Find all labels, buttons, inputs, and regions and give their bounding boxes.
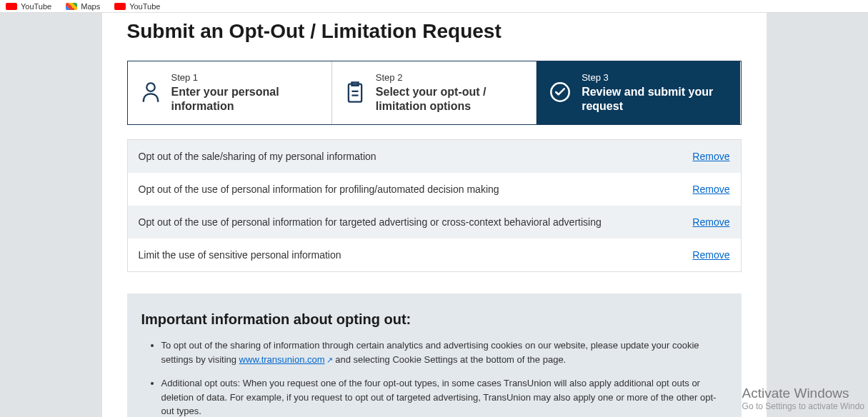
step-text: Step 1 Enter your personal information bbox=[171, 72, 319, 114]
option-row: Opt out of the use of personal informati… bbox=[128, 173, 741, 206]
info-box: Important information about opting out: … bbox=[127, 293, 742, 417]
clipboard-icon bbox=[345, 81, 365, 106]
bookmark-youtube-2[interactable]: YouTube bbox=[114, 2, 160, 11]
step-title: Select your opt-out / limitation options bbox=[376, 85, 523, 114]
step-title: Review and submit your request bbox=[582, 85, 727, 114]
remove-link[interactable]: Remove bbox=[692, 184, 729, 195]
option-text: Opt out of the use of personal informati… bbox=[139, 216, 602, 228]
step-3-active[interactable]: Step 3 Review and submit your request bbox=[537, 61, 740, 124]
step-label: Step 2 bbox=[376, 72, 523, 83]
maps-icon bbox=[66, 3, 77, 10]
option-row: Limit the use of sensitive personal info… bbox=[128, 238, 741, 271]
bookmark-maps[interactable]: Maps bbox=[66, 2, 100, 11]
youtube-icon bbox=[114, 3, 126, 10]
bookmark-label: YouTube bbox=[21, 2, 51, 11]
info-item: To opt out of the sharing of information… bbox=[161, 338, 727, 366]
info-list: To opt out of the sharing of information… bbox=[141, 338, 727, 417]
check-circle-icon bbox=[549, 81, 571, 105]
transunion-link[interactable]: www.transunion.com bbox=[239, 354, 325, 365]
person-icon bbox=[141, 81, 161, 106]
step-text: Step 2 Select your opt-out / limitation … bbox=[376, 72, 523, 114]
option-text: Opt out of the use of personal informati… bbox=[139, 184, 499, 195]
step-2[interactable]: Step 2 Select your opt-out / limitation … bbox=[332, 61, 537, 124]
svg-point-0 bbox=[146, 83, 154, 91]
content-area: Submit an Opt-Out / Limitation Request S… bbox=[102, 13, 767, 417]
external-link-icon: ↗ bbox=[326, 354, 333, 366]
info-item: Additional opt outs: When you request on… bbox=[161, 376, 727, 417]
remove-link[interactable]: Remove bbox=[692, 151, 729, 162]
bookmark-label: Maps bbox=[81, 2, 100, 11]
youtube-icon bbox=[6, 3, 17, 10]
option-row: Opt out of the sale/sharing of my person… bbox=[128, 140, 741, 173]
page-title: Submit an Opt-Out / Limitation Request bbox=[127, 13, 742, 61]
option-text: Opt out of the sale/sharing of my person… bbox=[139, 151, 376, 162]
step-title: Enter your personal information bbox=[171, 85, 319, 114]
info-title: Important information about opting out: bbox=[141, 311, 727, 328]
svg-rect-1 bbox=[349, 84, 361, 101]
step-1[interactable]: Step 1 Enter your personal information bbox=[128, 61, 332, 124]
info-text: Additional opt outs: When you request on… bbox=[161, 378, 717, 416]
info-text: and selecting Cookie Settings at the bot… bbox=[333, 354, 567, 365]
bookmark-label: YouTube bbox=[129, 2, 160, 11]
stepper: Step 1 Enter your personal information S… bbox=[127, 61, 742, 125]
page-background: Submit an Opt-Out / Limitation Request S… bbox=[0, 13, 868, 417]
option-text: Limit the use of sensitive personal info… bbox=[139, 249, 341, 261]
selected-options-list: Opt out of the sale/sharing of my person… bbox=[127, 139, 742, 272]
step-text: Step 3 Review and submit your request bbox=[582, 72, 727, 114]
remove-link[interactable]: Remove bbox=[692, 216, 729, 228]
step-label: Step 1 bbox=[171, 72, 319, 83]
bookmark-youtube[interactable]: YouTube bbox=[6, 2, 51, 11]
option-row: Opt out of the use of personal informati… bbox=[128, 206, 741, 238]
remove-link[interactable]: Remove bbox=[692, 249, 729, 261]
browser-bookmarks-bar: YouTube Maps YouTube bbox=[0, 0, 868, 13]
step-label: Step 3 bbox=[582, 72, 727, 83]
